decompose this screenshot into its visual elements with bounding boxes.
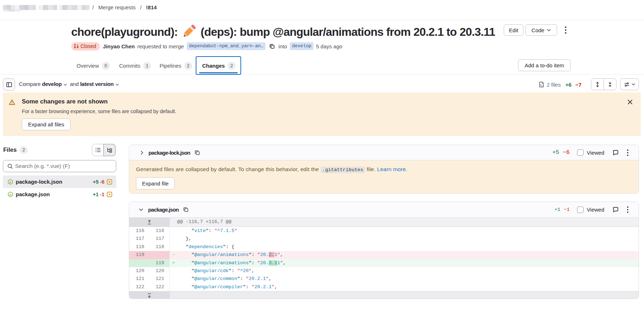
- svg-text:js: js: [9, 193, 11, 196]
- svg-text:js: js: [9, 181, 11, 184]
